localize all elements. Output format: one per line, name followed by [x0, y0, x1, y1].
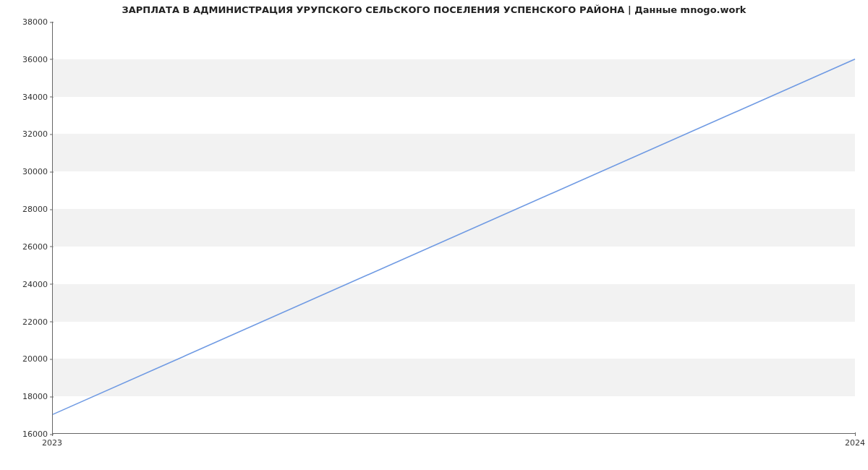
y-tick-label: 34000 — [4, 92, 48, 101]
y-tick-label: 20000 — [4, 354, 48, 364]
chart-title: ЗАРПЛАТА В АДМИНИСТРАЦИЯ УРУПСКОГО СЕЛЬС… — [0, 4, 868, 15]
salary-line-chart: ЗАРПЛАТА В АДМИНИСТРАЦИЯ УРУПСКОГО СЕЛЬС… — [0, 0, 868, 470]
x-tick-label: 2024 — [845, 438, 865, 448]
y-tick-label: 24000 — [4, 279, 48, 289]
y-tick-label: 22000 — [4, 317, 48, 326]
y-tick-label: 36000 — [4, 54, 48, 64]
y-tick-label: 16000 — [4, 430, 48, 439]
x-tick-label: 2023 — [42, 438, 62, 448]
y-tick-label: 28000 — [4, 205, 48, 214]
y-tick-label: 32000 — [4, 129, 48, 139]
y-tick-label: 26000 — [4, 242, 48, 251]
plot-area — [52, 22, 855, 434]
y-tick-label: 30000 — [4, 167, 48, 176]
data-line — [53, 22, 855, 433]
y-tick-label: 38000 — [4, 17, 48, 27]
y-tick-label: 18000 — [4, 392, 48, 401]
